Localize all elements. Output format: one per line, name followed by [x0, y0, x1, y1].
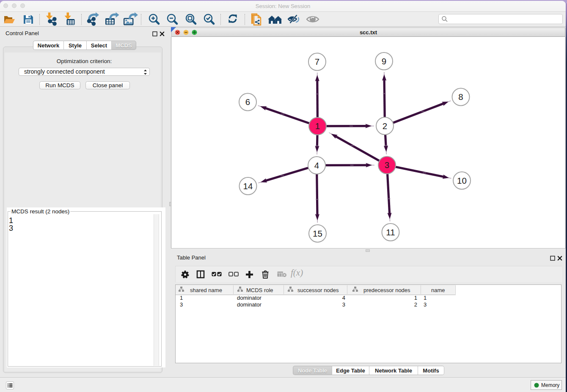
- svg-text:8: 8: [458, 92, 463, 102]
- svg-text:4: 4: [314, 160, 319, 170]
- svg-text:2: 2: [383, 121, 387, 131]
- svg-text:11: 11: [386, 227, 395, 237]
- svg-text:1: 1: [315, 121, 320, 131]
- svg-text:10: 10: [457, 176, 467, 185]
- svg-text:9: 9: [382, 56, 386, 66]
- svg-text:14: 14: [243, 181, 253, 191]
- svg-text:15: 15: [313, 229, 322, 238]
- svg-text:6: 6: [245, 97, 250, 107]
- svg-text:3: 3: [385, 160, 389, 170]
- svg-text:7: 7: [315, 57, 319, 66]
